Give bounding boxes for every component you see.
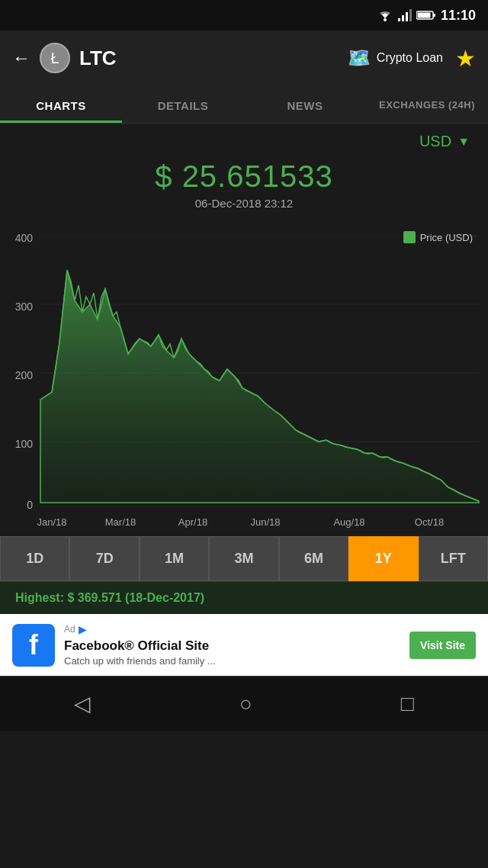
svg-text:Jan/18: Jan/18 [37,516,66,528]
coin-name: LTC [79,47,117,70]
svg-text:200: 200 [15,369,34,381]
svg-text:Mar/18: Mar/18 [105,516,136,528]
legend-color-box [403,231,416,243]
wifi-icon [377,9,393,21]
time-btn-lft[interactable]: LFT [419,536,488,581]
favorite-star-icon[interactable]: ★ [455,45,476,72]
chart-svg: 400 300 200 100 0 Jan/18 [6,228,482,536]
time-btn-1m[interactable]: 1M [140,536,209,581]
status-icons: 11:10 [377,8,476,24]
svg-point-0 [384,18,387,21]
time-range-bar: 1D 7D 1M 3M 6M 1Y LFT [0,536,488,581]
time-btn-1d[interactable]: 1D [0,536,69,581]
currency-label: USD [419,133,451,150]
svg-text:Apr/18: Apr/18 [178,516,207,528]
time-btn-3m[interactable]: 3M [209,536,278,581]
svg-rect-4 [409,9,412,21]
tab-exchanges[interactable]: EXCHANGES (24H) [366,85,488,123]
tabs-bar: CHARTS DETAILS NEWS EXCHANGES (24H) [0,85,488,124]
coin-logo: Ł [40,43,70,73]
facebook-logo: f [12,624,55,667]
nav-home-button[interactable]: ○ [239,692,252,716]
crypto-loan-button[interactable]: 🗺️ Crypto Loan [348,47,443,69]
time-btn-1y[interactable]: 1Y [348,536,418,581]
ad-play-icon: ▶ [79,623,87,635]
svg-rect-6 [433,14,435,17]
svg-text:400: 400 [15,232,34,244]
chart-container: Price (USD) 400 300 200 100 0 [0,222,488,536]
header-left: ← Ł LTC [12,43,117,73]
svg-text:300: 300 [15,301,34,313]
ad-tag: Ad [64,624,75,635]
battery-icon [416,10,436,21]
tab-details[interactable]: DETAILS [122,85,244,123]
ad-label: Ad ▶ [64,623,400,635]
tab-charts[interactable]: CHARTS [0,85,122,123]
ad-content: Ad ▶ Facebook® Official Site Catch up wi… [64,623,400,667]
svg-text:Oct/18: Oct/18 [415,516,444,528]
svg-text:Aug/18: Aug/18 [333,516,364,528]
svg-text:100: 100 [15,438,34,450]
ad-banner[interactable]: f Ad ▶ Facebook® Official Site Catch up … [0,614,488,676]
tab-news[interactable]: NEWS [244,85,366,123]
svg-rect-7 [417,13,430,18]
svg-rect-2 [402,15,404,21]
price-value: $ 25.651533 [0,159,488,194]
ad-subtitle: Catch up with friends and family ... [64,655,400,667]
highest-bar: Highest: $ 369.571 (18-Dec-2017) [0,581,488,614]
chart-legend: Price (USD) [403,231,473,243]
svg-rect-1 [398,18,400,21]
crypto-loan-icon: 🗺️ [348,47,371,69]
highest-text: Highest: $ 369.571 (18-Dec-2017) [15,591,204,604]
visit-site-button[interactable]: Visit Site [409,632,476,659]
status-bar: 11:10 [0,0,488,31]
crypto-loan-label: Crypto Loan [377,51,443,65]
back-button[interactable]: ← [12,47,30,69]
dropdown-arrow-icon: ▼ [458,135,470,149]
status-time: 11:10 [441,8,476,24]
price-section: $ 25.651533 06-Dec-2018 23:12 [0,153,488,222]
price-date: 06-Dec-2018 23:12 [0,197,488,210]
time-btn-6m[interactable]: 6M [279,536,348,581]
nav-recents-button[interactable]: □ [401,692,414,716]
header-right: 🗺️ Crypto Loan ★ [348,45,476,72]
svg-rect-3 [406,12,408,21]
ad-title: Facebook® Official Site [64,638,400,654]
svg-text:0: 0 [27,499,33,511]
time-btn-7d[interactable]: 7D [69,536,139,581]
legend-label: Price (USD) [420,232,473,243]
svg-text:Jun/18: Jun/18 [250,516,280,528]
header: ← Ł LTC 🗺️ Crypto Loan ★ [0,31,488,85]
currency-selector[interactable]: USD ▼ [419,133,470,150]
currency-section: USD ▼ [0,124,488,153]
nav-back-button[interactable]: ◁ [74,691,91,716]
bottom-nav: ◁ ○ □ [0,676,488,731]
signal-icon [398,9,412,21]
